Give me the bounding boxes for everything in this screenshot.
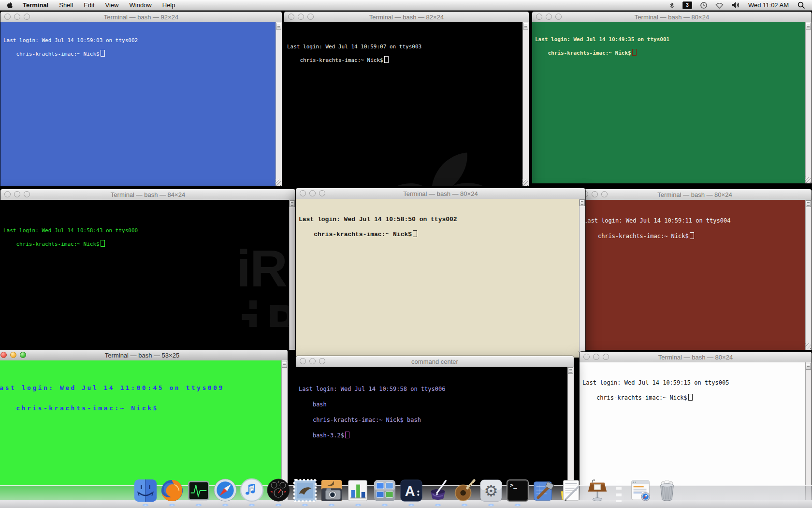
scrollbar[interactable] bbox=[805, 22, 812, 183]
window-titlebar[interactable]: Terminal — bash — 84×24 bbox=[0, 189, 295, 200]
scrollbar-thumb[interactable] bbox=[806, 200, 811, 207]
scrollbar[interactable] bbox=[805, 200, 812, 350]
scrollbar[interactable] bbox=[276, 22, 282, 186]
dock-icon-safari[interactable] bbox=[213, 476, 237, 502]
window-titlebar[interactable]: Terminal — bash — 80×24 bbox=[532, 12, 812, 23]
scrollbar-thumb[interactable] bbox=[568, 367, 573, 374]
terminal-content[interactable]: Last login: Wed Jul 14 10:59:07 on ttys0… bbox=[284, 22, 529, 186]
minimize-button[interactable] bbox=[592, 191, 598, 197]
close-button[interactable] bbox=[536, 14, 542, 20]
terminal-content[interactable]: iR iR Last login: Wed Jul 14 10:58:43 on… bbox=[0, 200, 295, 350]
terminal-window-black[interactable]: Terminal — bash — 82×24 Last login: Wed … bbox=[284, 11, 529, 187]
scrollbar-thumb[interactable] bbox=[806, 23, 811, 30]
window-controls[interactable] bbox=[4, 14, 30, 20]
window-titlebar[interactable]: Terminal — bash — 80×24 bbox=[296, 188, 585, 199]
window-controls[interactable] bbox=[0, 352, 26, 358]
dock-icon-system-preferences[interactable]: ⚙ bbox=[478, 476, 503, 502]
dock-icon-dashboard[interactable]: ♪ bbox=[266, 476, 290, 502]
menu-help[interactable]: Help bbox=[157, 0, 181, 10]
minimize-button[interactable] bbox=[309, 358, 316, 364]
time-machine-icon[interactable] bbox=[697, 0, 710, 10]
zoom-button[interactable] bbox=[307, 14, 314, 20]
terminal-window-beige[interactable]: Terminal — bash — 80×24 Last login: Wed … bbox=[295, 188, 586, 358]
minimize-button[interactable] bbox=[546, 14, 552, 20]
terminal-window-maroon[interactable]: Terminal — bash — 80×24 Last login: Wed … bbox=[578, 189, 812, 350]
window-titlebar[interactable]: Terminal — bash — 92×24 bbox=[0, 12, 282, 23]
scrollbar-thumb[interactable] bbox=[806, 363, 811, 370]
dock-icon-numbers[interactable] bbox=[346, 476, 370, 502]
zoom-button[interactable] bbox=[20, 352, 26, 358]
zoom-button[interactable] bbox=[24, 14, 30, 20]
window-controls[interactable] bbox=[536, 14, 562, 20]
dock-icon-a-app[interactable]: A bbox=[399, 476, 423, 502]
window-controls[interactable] bbox=[300, 358, 325, 364]
window-controls[interactable] bbox=[4, 191, 30, 197]
minimize-button[interactable] bbox=[309, 190, 316, 196]
close-button[interactable] bbox=[0, 352, 7, 358]
minimize-button[interactable] bbox=[14, 191, 20, 197]
bluetooth-icon[interactable] bbox=[666, 0, 678, 10]
window-controls[interactable] bbox=[300, 190, 325, 196]
terminal-window-green-on-black[interactable]: Terminal — bash — 84×24 iR iR Last login… bbox=[0, 189, 296, 350]
dock-icon-itunes[interactable] bbox=[239, 476, 264, 502]
resize-grip[interactable] bbox=[805, 177, 811, 183]
minimize-button[interactable] bbox=[14, 14, 20, 20]
zoom-button[interactable] bbox=[24, 191, 30, 197]
scrollbar-thumb[interactable] bbox=[580, 199, 585, 206]
menu-shell[interactable]: Shell bbox=[54, 0, 78, 10]
zoom-button[interactable] bbox=[319, 358, 325, 364]
dock-icon-xcode[interactable] bbox=[532, 476, 556, 502]
resize-grip[interactable] bbox=[275, 179, 281, 186]
apple-menu[interactable] bbox=[0, 0, 17, 10]
wifi-icon[interactable] bbox=[712, 0, 726, 10]
scrollbar-thumb[interactable] bbox=[276, 23, 281, 30]
scrollbar[interactable] bbox=[289, 200, 295, 350]
menu-window[interactable]: Window bbox=[124, 0, 157, 10]
dock-icon-web-document[interactable] bbox=[628, 476, 652, 502]
close-button[interactable] bbox=[300, 358, 306, 364]
close-button[interactable] bbox=[583, 354, 590, 360]
dock-icon-firefox[interactable] bbox=[160, 476, 184, 502]
window-titlebar[interactable]: Terminal — bash — 80×24 bbox=[578, 189, 812, 200]
minimize-button[interactable] bbox=[298, 14, 304, 20]
scrollbar-thumb[interactable] bbox=[282, 361, 287, 368]
scrollbar[interactable] bbox=[579, 199, 585, 358]
zoom-button[interactable] bbox=[319, 190, 325, 196]
terminal-window-blue[interactable]: Terminal — bash — 92×24 Last login: Wed … bbox=[0, 11, 282, 187]
scrollbar-thumb[interactable] bbox=[290, 200, 295, 207]
resize-grip[interactable] bbox=[805, 343, 811, 349]
scrollbar[interactable] bbox=[522, 22, 529, 186]
zoom-button[interactable] bbox=[601, 191, 608, 197]
window-titlebar[interactable]: command center bbox=[296, 356, 574, 367]
dock-icon-mail[interactable] bbox=[292, 476, 317, 502]
zoom-button[interactable] bbox=[603, 354, 609, 360]
minimize-button[interactable] bbox=[10, 352, 16, 358]
menu-clock[interactable]: Wed 11:02 AM bbox=[744, 1, 793, 9]
zoom-button[interactable] bbox=[555, 14, 562, 20]
scrollbar-thumb[interactable] bbox=[523, 23, 528, 30]
dock-icon-front-row[interactable] bbox=[372, 476, 397, 502]
close-button[interactable] bbox=[300, 190, 306, 196]
terminal-content[interactable]: Last login: Wed Jul 14 10:59:11 on ttys0… bbox=[578, 200, 812, 350]
menu-view[interactable]: View bbox=[100, 0, 124, 10]
minimize-button[interactable] bbox=[593, 354, 599, 360]
window-controls[interactable] bbox=[288, 14, 314, 20]
dock-icon-finder[interactable] bbox=[133, 476, 158, 502]
dock-icon-keynote[interactable] bbox=[585, 476, 609, 502]
menu-edit[interactable]: Edit bbox=[78, 0, 100, 10]
terminal-content[interactable]: Last login: Wed Jul 14 10:58:50 on ttys0… bbox=[296, 199, 585, 358]
dock-icon-activity-monitor[interactable] bbox=[186, 476, 211, 502]
window-titlebar[interactable]: Terminal — bash — 82×24 bbox=[284, 12, 529, 23]
terminal-window-green[interactable]: Terminal — bash — 80×24 Last login: Wed … bbox=[532, 11, 812, 184]
menu-terminal[interactable]: Terminal bbox=[17, 0, 54, 10]
terminal-content[interactable]: Last login: Wed Jul 14 10:49:35 on ttys0… bbox=[532, 22, 812, 183]
dock-icon-garageband[interactable] bbox=[452, 476, 477, 502]
spaces-menu[interactable]: 3 bbox=[680, 0, 695, 10]
terminal-content[interactable]: Last login: Wed Jul 14 10:59:03 on ttys0… bbox=[0, 22, 282, 186]
volume-icon[interactable] bbox=[728, 0, 742, 10]
spotlight-icon[interactable] bbox=[795, 0, 808, 10]
window-titlebar[interactable]: Terminal — bash — 80×24 bbox=[580, 352, 812, 363]
window-controls[interactable] bbox=[583, 354, 609, 360]
dock-icon-pages[interactable] bbox=[425, 476, 450, 502]
dock-icon-textedit[interactable] bbox=[558, 476, 583, 502]
